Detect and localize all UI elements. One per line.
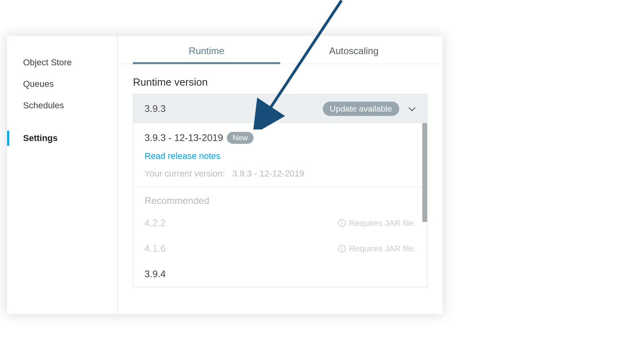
requires-jar-note: ! Requires JAR file.	[338, 218, 416, 228]
requires-jar-note: ! Requires JAR file.	[338, 244, 416, 253]
tab-runtime[interactable]: Runtime	[133, 37, 280, 64]
version-option-4-2-2: 4.2.2 ! Requires JAR file.	[133, 210, 427, 236]
scrollbar-thumb[interactable]	[422, 123, 427, 222]
recommended-label: Recommended	[133, 187, 427, 210]
current-version-label: Your current version:	[144, 169, 225, 178]
selected-version: 3.9.3	[144, 103, 166, 114]
runtime-version-dropdown: 3.9.3 Update available 3.9.3 - 12-13-201…	[133, 94, 427, 287]
runtime-version-label: Runtime version	[133, 76, 427, 88]
sidebar-item-schedules[interactable]: Schedules	[7, 95, 117, 116]
version-name: 4.2.2	[144, 218, 166, 229]
version-dropdown-header[interactable]: 3.9.3 Update available	[133, 94, 427, 123]
chevron-down-icon	[408, 104, 416, 114]
sidebar-item-object-store[interactable]: Object Store	[7, 52, 117, 73]
main-content: Runtime Autoscaling Runtime version 3.9.…	[118, 36, 443, 314]
latest-version-text: 3.9.3 - 12-13-2019	[144, 132, 223, 143]
read-release-notes-link[interactable]: Read release notes	[144, 151, 416, 161]
version-name: 4.1.6	[144, 243, 166, 254]
settings-panel: Object Store Queues Schedules Settings R…	[7, 36, 443, 314]
warning-icon: !	[338, 219, 346, 227]
sidebar: Object Store Queues Schedules Settings	[7, 36, 118, 314]
warning-icon: !	[338, 245, 346, 253]
sidebar-item-settings[interactable]: Settings	[7, 127, 117, 149]
runtime-content: Runtime version 3.9.3 Update available	[118, 64, 443, 287]
new-badge: New	[227, 132, 253, 144]
tab-autoscaling[interactable]: Autoscaling	[280, 37, 427, 64]
version-dropdown-body: 3.9.3 - 12-13-2019 New Read release note…	[133, 123, 427, 287]
latest-version-block: 3.9.3 - 12-13-2019 New Read release note…	[133, 123, 427, 187]
version-option-4-1-6: 4.1.6 ! Requires JAR file.	[133, 236, 427, 261]
current-version-line: Your current version: 3.9.3 - 12-12-2019	[144, 169, 416, 179]
update-available-badge: Update available	[323, 102, 399, 116]
current-version-value: 3.9.3 - 12-12-2019	[232, 169, 304, 178]
tab-bar: Runtime Autoscaling	[118, 37, 443, 64]
version-name: 3.9.4	[144, 269, 166, 280]
sidebar-item-queues[interactable]: Queues	[7, 73, 117, 95]
version-option-3-9-4[interactable]: 3.9.4	[133, 261, 427, 287]
